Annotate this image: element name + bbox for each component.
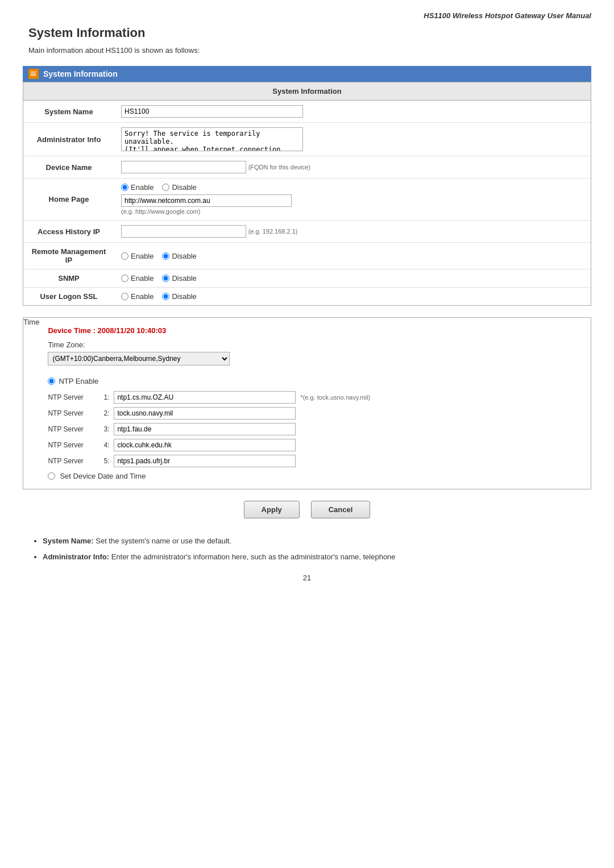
ntp-server-input-5[interactable] [114, 455, 296, 467]
remote-mgmt-label: Remote Management IP [23, 243, 114, 269]
ssl-disable-label[interactable]: Disable [162, 292, 196, 301]
table-row: System Name [23, 101, 591, 123]
ntp-server-row-2: NTP Server 2: [48, 407, 582, 420]
ntp-enable-label: NTP Enable [59, 377, 98, 385]
system-info-table: System Name Administrator Info Sorry! Th… [23, 101, 591, 305]
snmp-disable-radio[interactable] [162, 275, 169, 282]
table-row: Access History IP (e.g. 192.168.2.1) [23, 221, 591, 243]
ntp-server-row-3: NTP Server 3: [48, 423, 582, 435]
ssl-disable-radio[interactable] [162, 293, 169, 300]
ntp-server-row-5: NTP Server 5: [48, 455, 582, 467]
page-title: System Information [23, 26, 591, 40]
device-name-input[interactable] [121, 161, 246, 173]
device-time-prefix: Device Time : [48, 326, 97, 335]
user-logon-ssl-value: Enable Disable [114, 288, 591, 306]
remote-mgmt-enable-radio[interactable] [121, 252, 128, 260]
system-name-label: System Name [23, 101, 114, 123]
ntp-enable-radio[interactable] [48, 377, 55, 385]
remote-mgmt-value: Enable Disable [114, 243, 591, 269]
ntp-server-input-4[interactable] [114, 439, 296, 451]
home-page-value: Enable Disable (e.g. http://www.google.c… [114, 178, 591, 221]
table-title: System Information [23, 82, 591, 101]
snmp-value: Enable Disable [114, 269, 591, 288]
access-history-ip-hint: (e.g. 192.168.2.1) [248, 228, 298, 235]
apply-button[interactable]: Apply [244, 501, 300, 518]
snmp-disable-label[interactable]: Disable [162, 274, 196, 283]
admin-info-value: Sorry! The service is temporarily unavai… [114, 123, 591, 156]
bullets-section: System Name: Set the system's name or us… [23, 535, 591, 562]
device-time-row: Device Time : 2008/11/20 10:40:03 [48, 326, 582, 335]
device-name-value: (FQDN for this device) [114, 156, 591, 178]
button-row: Apply Cancel [23, 501, 591, 518]
access-history-ip-input[interactable] [121, 225, 246, 238]
table-row: Remote Management IP Enable Disable [23, 243, 591, 269]
remote-mgmt-enable-label[interactable]: Enable [121, 252, 154, 260]
bullet-2-text: Enter the administrator's information he… [111, 553, 396, 561]
time-content: Device Time : 2008/11/20 10:40:03 Time Z… [39, 318, 591, 489]
access-history-ip-label: Access History IP [23, 221, 114, 243]
ntp-server-label-2: NTP Server [48, 409, 93, 417]
system-name-value [114, 101, 591, 123]
system-name-input[interactable] [121, 105, 303, 118]
list-item: Administrator Info: Enter the administra… [43, 551, 591, 563]
section-header: System Information [23, 66, 591, 82]
bullet-1-text: Set the system's name or use the default… [96, 537, 231, 545]
bullets-list: System Name: Set the system's name or us… [28, 535, 591, 562]
timezone-select[interactable]: (GMT+10:00)Canberra,Melbourne,Sydney (GM… [48, 352, 230, 366]
admin-info-textarea[interactable]: Sorry! The service is temporarily unavai… [121, 127, 303, 151]
ntp-server-label-5: NTP Server [48, 457, 93, 465]
table-row: Home Page Enable Disable (e.g. http://ww… [23, 178, 591, 221]
intro-text: Main information about HS1100 is shown a… [23, 46, 591, 55]
home-page-url-input[interactable] [121, 194, 292, 207]
ntp-hint-1: *(e.g. tock.usno.navy.mil) [300, 394, 370, 401]
ntp-enable-row: NTP Enable [48, 377, 582, 385]
home-page-disable-radio[interactable] [162, 184, 169, 191]
home-page-enable-label[interactable]: Enable [121, 183, 154, 192]
table-row: Administrator Info Sorry! The service is… [23, 123, 591, 156]
snmp-label: SNMP [23, 269, 114, 288]
home-page-label: Home Page [23, 178, 114, 221]
device-name-hint: (FQDN for this device) [248, 164, 310, 171]
ntp-num-1: 1: [98, 393, 109, 401]
set-device-label: Set Device Date and Time [60, 472, 146, 480]
ntp-server-label-1: NTP Server [48, 393, 93, 401]
ntp-num-4: 4: [98, 441, 109, 449]
home-page-enable-radio[interactable] [121, 184, 128, 191]
user-logon-ssl-label: User Logon SSL [23, 288, 114, 306]
section-header-label: System Information [43, 69, 118, 78]
ssl-enable-radio[interactable] [121, 293, 128, 300]
bullet-1-bold: System Name: [43, 537, 94, 545]
set-device-radio[interactable] [48, 472, 55, 480]
ntp-server-input-2[interactable] [114, 407, 296, 420]
device-time-value: 2008/11/20 10:40:03 [98, 326, 167, 335]
list-item: System Name: Set the system's name or us… [43, 535, 591, 547]
ntp-num-3: 3: [98, 425, 109, 433]
section-icon [28, 69, 39, 79]
timezone-label: Time Zone: [48, 340, 582, 349]
svg-rect-1 [31, 72, 36, 76]
set-device-row: Set Device Date and Time [48, 472, 582, 480]
snmp-enable-label[interactable]: Enable [121, 274, 154, 283]
home-page-disable-label[interactable]: Disable [162, 183, 196, 192]
manual-title: HS1100 Wireless Hotspot Gateway User Man… [23, 11, 591, 20]
ntp-server-input-1[interactable] [114, 391, 296, 404]
ntp-num-5: 5: [98, 457, 109, 465]
ssl-enable-label[interactable]: Enable [121, 292, 154, 301]
cancel-button[interactable]: Cancel [311, 501, 371, 518]
ntp-server-row-4: NTP Server 4: [48, 439, 582, 451]
remote-mgmt-disable-label[interactable]: Disable [162, 252, 196, 260]
ntp-server-input-3[interactable] [114, 423, 296, 435]
table-row: SNMP Enable Disable [23, 269, 591, 288]
remote-mgmt-disable-radio[interactable] [162, 252, 169, 260]
admin-info-label: Administrator Info [23, 123, 114, 156]
device-name-label: Device Name [23, 156, 114, 178]
time-section-outer: Time Device Time : 2008/11/20 10:40:03 T… [23, 317, 591, 489]
time-wrapper: Time Device Time : 2008/11/20 10:40:03 T… [23, 318, 591, 489]
snmp-enable-radio[interactable] [121, 275, 128, 282]
ntp-num-2: 2: [98, 409, 109, 417]
bullet-2-bold: Administrator Info: [43, 553, 109, 561]
ntp-section: NTP Server 1: *(e.g. tock.usno.navy.mil)… [48, 391, 582, 467]
access-history-ip-value: (e.g. 192.168.2.1) [114, 221, 591, 243]
page-number: 21 [23, 574, 591, 582]
table-row: Device Name (FQDN for this device) [23, 156, 591, 178]
